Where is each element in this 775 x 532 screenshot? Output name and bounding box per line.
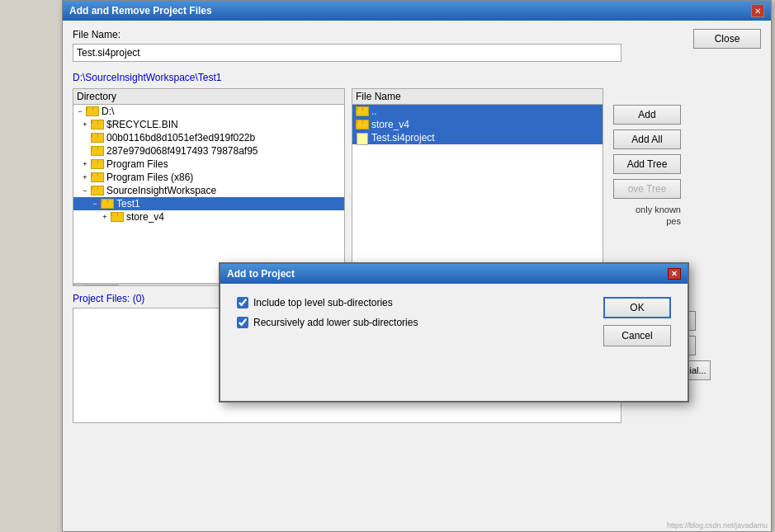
add-tree-button[interactable]: Add Tree (613, 154, 681, 174)
scroll-left[interactable]: ◀ (73, 284, 85, 287)
checkboxes-column: Include top level sub-directories Recurs… (237, 297, 587, 346)
directory-panel-header: Directory (73, 89, 344, 105)
folder-icon-storev4 (356, 120, 369, 129)
checkbox-label-2: Recursively add lower sub-directories (253, 317, 418, 328)
filename-panel-header: File Name (352, 89, 603, 105)
panels-row: Directory − D:\ + $RECYCLE.BIN (73, 88, 761, 286)
main-dialog-titlebar: Add and Remove Project Files ✕ (63, 1, 771, 21)
toggle-test1[interactable]: − (90, 199, 100, 209)
checkbox-include-subdirs[interactable] (237, 297, 248, 308)
toggle-recycle[interactable]: + (80, 120, 90, 129)
folder-icon (101, 199, 114, 209)
toggle-program[interactable]: + (80, 159, 90, 169)
filename-panel-content[interactable]: .. store_v4 Test.si4project (352, 105, 603, 283)
file-label: store_v4 (371, 119, 409, 130)
ok-button[interactable]: OK (603, 297, 671, 318)
folder-icon (91, 186, 104, 195)
tree-item-d-root[interactable]: − D:\ (73, 105, 344, 118)
tree-label: Test1 (116, 198, 140, 210)
tree-item-programfilesx86[interactable]: + Program Files (x86) (73, 171, 344, 184)
filename-panel: File Name .. store_v4 Test.s (352, 88, 603, 286)
add-dialog-titlebar: Add to Project ✕ (220, 264, 688, 284)
add-all-button[interactable]: Add All (613, 129, 681, 149)
tree-item-00b0[interactable]: 00b0116bd8d1051ef3ed919f022b (73, 131, 344, 144)
folder-icon (111, 212, 124, 222)
add-dialog-body: Include top level sub-directories Recurs… (220, 284, 688, 360)
close-button[interactable]: Close (693, 29, 761, 49)
directory-panel: Directory − D:\ + $RECYCLE.BIN (73, 88, 345, 286)
toggle-d-root[interactable]: − (75, 106, 85, 116)
folder-icon-dotdot (356, 106, 369, 116)
file-label: Test.si4project (371, 132, 435, 144)
add-to-project-dialog: Add to Project ✕ Include top level sub-d… (219, 262, 689, 403)
tree-item-storev4[interactable]: + store_v4 (73, 210, 344, 224)
filename-label: File Name: (73, 29, 761, 40)
filename-input[interactable] (73, 44, 621, 62)
checkbox-recursive[interactable] (237, 317, 248, 328)
tree-label: 287e979d068f4917493 79878af95 (106, 145, 258, 157)
toggle-storev4[interactable]: + (100, 212, 110, 222)
toggle-siworkspace[interactable]: − (80, 186, 90, 195)
folder-icon (91, 146, 104, 156)
add-button[interactable]: Add (613, 105, 681, 125)
remove-tree-label: ove Tree (628, 183, 667, 195)
folder-icon (91, 120, 104, 129)
file-item-dotdot[interactable]: .. (352, 105, 603, 118)
folder-icon (91, 159, 104, 169)
tree-item-programfiles[interactable]: + Program Files (73, 158, 344, 171)
add-dialog-buttons: OK Cancel (603, 297, 671, 346)
watermark: https://blog.csdn.net/javadamu (667, 521, 768, 530)
toggle-287e[interactable] (80, 146, 90, 156)
file-icon-testsi4 (356, 133, 369, 144)
tree-item-test1[interactable]: − Test1 (73, 197, 344, 210)
remove-tree-button[interactable]: ove Tree (613, 179, 681, 199)
add-dialog-close-icon[interactable]: ✕ (668, 268, 681, 280)
checkbox-label-1: Include top level sub-directories (253, 297, 393, 308)
folder-icon (86, 106, 99, 116)
folder-icon (91, 172, 104, 182)
checkbox-row-2: Recursively add lower sub-directories (237, 317, 587, 328)
folder-icon (91, 133, 104, 143)
tree-label: 00b0116bd8d1051ef3ed919f022b (106, 132, 255, 144)
scroll-thumb[interactable] (86, 285, 119, 287)
toggle-programx86[interactable]: + (80, 172, 90, 182)
checkbox-row-1: Include top level sub-directories (237, 297, 587, 308)
file-item-storev4[interactable]: store_v4 (352, 118, 603, 131)
types-text: pes (666, 216, 681, 226)
file-item-testsi4[interactable]: Test.si4project (352, 131, 603, 144)
tree-item-recycle[interactable]: + $RECYCLE.BIN (73, 118, 344, 131)
main-dialog-title: Add and Remove Project Files (69, 5, 212, 16)
file-label: .. (371, 106, 377, 117)
add-dialog-title: Add to Project (227, 268, 295, 280)
tree-label: D:\ (102, 106, 114, 117)
buttons-column: Add Add All Add Tree ove Tree only known… (613, 88, 681, 286)
main-dialog-close-icon[interactable]: ✕ (751, 4, 764, 17)
cancel-button[interactable]: Cancel (603, 325, 671, 346)
directory-panel-content[interactable]: − D:\ + $RECYCLE.BIN 00b0116bd8d1 (73, 105, 344, 283)
toggle-00b0[interactable] (80, 133, 90, 143)
path-label: D:\SourceInsightWorkspace\Test1 (73, 72, 761, 83)
tree-label: $RECYCLE.BIN (106, 119, 178, 130)
tree-item-siworkspace[interactable]: − SourceInsightWorkspace (73, 184, 344, 197)
tree-label: store_v4 (126, 211, 164, 223)
only-known-text: only known (636, 205, 681, 214)
tree-label: Program Files (x86) (106, 172, 193, 183)
tree-label: Program Files (106, 158, 168, 170)
tree-label: SourceInsightWorkspace (106, 185, 216, 196)
tree-item-287e[interactable]: 287e979d068f4917493 79878af95 (73, 144, 344, 158)
